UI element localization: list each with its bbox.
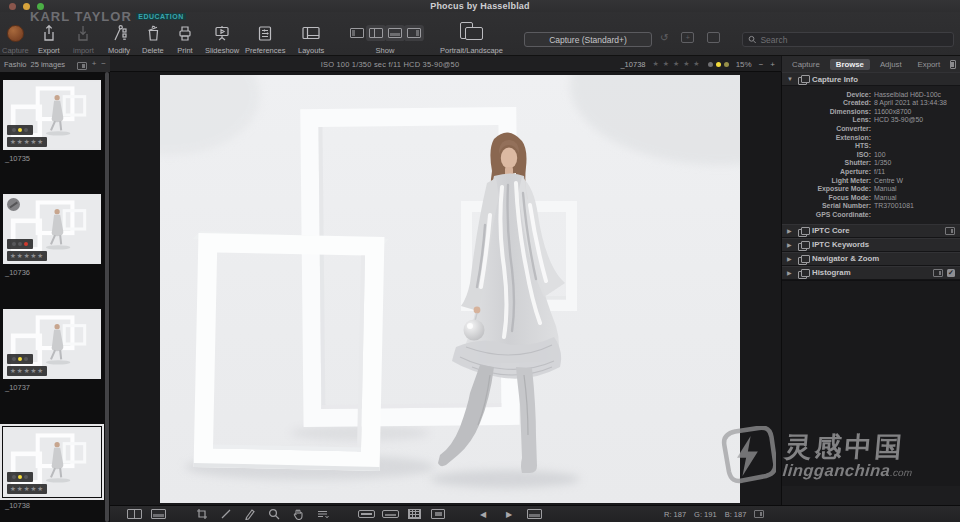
preset-add-icon[interactable]: + xyxy=(681,32,694,43)
grid-view-button[interactable] xyxy=(402,507,426,522)
current-filename: _10738 xyxy=(620,60,645,69)
thumbnail-filename: _10737 xyxy=(3,383,101,392)
zoom-level[interactable]: 15% xyxy=(736,60,752,69)
section-title: Navigator & Zoom xyxy=(812,254,879,263)
disclosure-triangle-icon: ▶ xyxy=(787,269,794,276)
thumbnail-10735[interactable]: ★★★★★ _10735 xyxy=(3,80,101,163)
info-label: Exposure Mode: xyxy=(782,184,874,193)
info-value xyxy=(874,209,956,218)
preferences-button[interactable]: Preferences xyxy=(245,22,285,55)
blue-value: B: 187 xyxy=(725,510,747,519)
info-label: Focus Mode: xyxy=(782,192,874,201)
export-icon xyxy=(39,22,59,44)
info-value: 100 xyxy=(874,149,956,158)
tool-options-menu-button[interactable] xyxy=(310,507,334,522)
slideshow-button[interactable]: Slideshow xyxy=(205,22,239,55)
layouts-icon xyxy=(299,22,323,44)
zoom-tool-button[interactable] xyxy=(262,507,286,522)
show-viewer-toggle[interactable] xyxy=(369,28,383,38)
adjustments-applied-badge xyxy=(7,198,20,211)
search-input[interactable] xyxy=(760,35,948,45)
search-field[interactable] xyxy=(742,32,954,47)
import-button[interactable]: import xyxy=(73,22,94,55)
crop-tool-button[interactable] xyxy=(190,507,214,522)
section-title: Capture Info xyxy=(812,75,858,84)
preset-save-icon[interactable] xyxy=(707,32,720,43)
info-value: 1/350 xyxy=(874,158,956,167)
remove-folder-button[interactable]: − xyxy=(101,59,106,70)
zoom-out-button[interactable]: − xyxy=(759,60,764,69)
panel-toggle-icon[interactable] xyxy=(950,60,956,69)
disclosure-triangle-icon: ▶ xyxy=(787,241,794,248)
info-label: GPS Coordinate: xyxy=(782,209,874,218)
navigator-zoom-header[interactable]: ▶ Navigator & Zoom xyxy=(782,252,960,266)
thumbnail-10737[interactable]: ★★★★★ _10737 xyxy=(3,309,101,392)
modify-button[interactable]: Modify xyxy=(108,22,130,55)
main-photo[interactable] xyxy=(160,75,740,503)
previous-image-button[interactable]: ◀ xyxy=(470,510,496,519)
histogram-header[interactable]: ▶ Histogram ✓ xyxy=(782,266,960,280)
color-label-dots[interactable] xyxy=(708,62,729,67)
layout-filmstrip-bottom-button[interactable] xyxy=(354,507,378,522)
histogram-checkbox[interactable]: ✓ xyxy=(947,269,955,277)
browser-view-icon[interactable] xyxy=(77,62,87,70)
tab-export[interactable]: Export xyxy=(912,59,947,70)
show-filmstrip-toggle[interactable] xyxy=(388,28,402,38)
info-value: TR37001081 xyxy=(874,201,956,210)
image-viewer xyxy=(110,72,781,505)
disclosure-triangle-icon: ▶ xyxy=(787,227,794,234)
capture-info-rows: Device:Hasselblad H6D-100c Created:8 Apr… xyxy=(782,86,960,224)
info-value xyxy=(874,132,956,141)
section-title: Histogram xyxy=(812,268,851,277)
straighten-tool-button[interactable] xyxy=(214,507,238,522)
detach-panel-icon[interactable] xyxy=(933,269,943,277)
show-tools-toggle[interactable] xyxy=(407,28,421,38)
capture-button[interactable]: Capture xyxy=(2,22,29,55)
color-label-badge xyxy=(7,125,33,135)
adjustments-preset-dropdown[interactable]: Capture (Standard+) xyxy=(524,32,652,47)
portrait-landscape-icon xyxy=(458,22,484,44)
iptc-keywords-header[interactable]: ▶ IPTC Keywords xyxy=(782,238,960,252)
thumbnail-10738-selected[interactable]: ★★★★★ _10738 xyxy=(3,427,101,510)
disclosure-triangle-icon: ▼ xyxy=(787,76,794,82)
capture-info-header[interactable]: ▼ Capture Info xyxy=(782,72,960,86)
spot-tool-button[interactable] xyxy=(238,507,262,522)
tab-adjust[interactable]: Adjust xyxy=(874,59,908,70)
portrait-landscape-button[interactable]: Portrait/Landscape xyxy=(440,22,503,55)
single-image-view-button[interactable] xyxy=(426,507,450,522)
rating-stars[interactable]: ★ ★ ★ ★ ★ xyxy=(652,60,700,68)
red-value: R: 187 xyxy=(664,510,686,519)
compare-view-button[interactable] xyxy=(122,507,146,522)
star-rating-badge: ★★★★★ xyxy=(7,366,47,376)
rgb-readout: R: 187 G: 191 B: 187 xyxy=(664,510,764,519)
tab-capture[interactable]: Capture xyxy=(786,59,826,70)
iptc-core-header[interactable]: ▶ IPTC Core xyxy=(782,224,960,238)
print-button[interactable]: Print xyxy=(175,22,195,55)
viewer-mode-button[interactable] xyxy=(146,507,170,522)
show-browser-toggle[interactable] xyxy=(350,28,364,38)
layouts-button[interactable]: Layouts xyxy=(298,22,324,55)
exposure-readout: ISO 100 1/350 sec f/11 HCD 35-90@50 xyxy=(110,56,670,72)
zoom-in-button[interactable]: + xyxy=(770,60,775,69)
readout-settings-icon[interactable] xyxy=(754,510,764,518)
export-button[interactable]: Export xyxy=(38,22,60,55)
detach-panel-icon[interactable] xyxy=(945,227,955,235)
panel-icon xyxy=(798,255,808,263)
disclosure-triangle-icon: ▶ xyxy=(787,255,794,262)
info-value: Manual xyxy=(874,192,956,201)
delete-button[interactable]: Delete xyxy=(142,22,164,55)
right-panel-tabs: Capture Browse Adjust Export xyxy=(781,56,960,72)
preset-undo-icon[interactable]: ↺ xyxy=(660,32,668,43)
next-image-button[interactable]: ▶ xyxy=(496,510,522,519)
info-value: Centre W xyxy=(874,175,956,184)
info-label: Serial Number: xyxy=(782,201,874,210)
star-rating-badge: ★★★★★ xyxy=(7,484,47,494)
pan-tool-button[interactable] xyxy=(286,507,310,522)
thumbnail-10736[interactable]: ★★★★★ _10736 xyxy=(3,194,101,277)
browser-overlay-button[interactable] xyxy=(522,507,546,522)
tab-browse[interactable]: Browse xyxy=(830,59,870,70)
section-title: IPTC Keywords xyxy=(812,240,869,249)
filmstrip-scrollbar[interactable] xyxy=(105,72,109,522)
add-folder-button[interactable]: + xyxy=(92,59,97,70)
layout-filmstrip-top-button[interactable] xyxy=(378,507,402,522)
